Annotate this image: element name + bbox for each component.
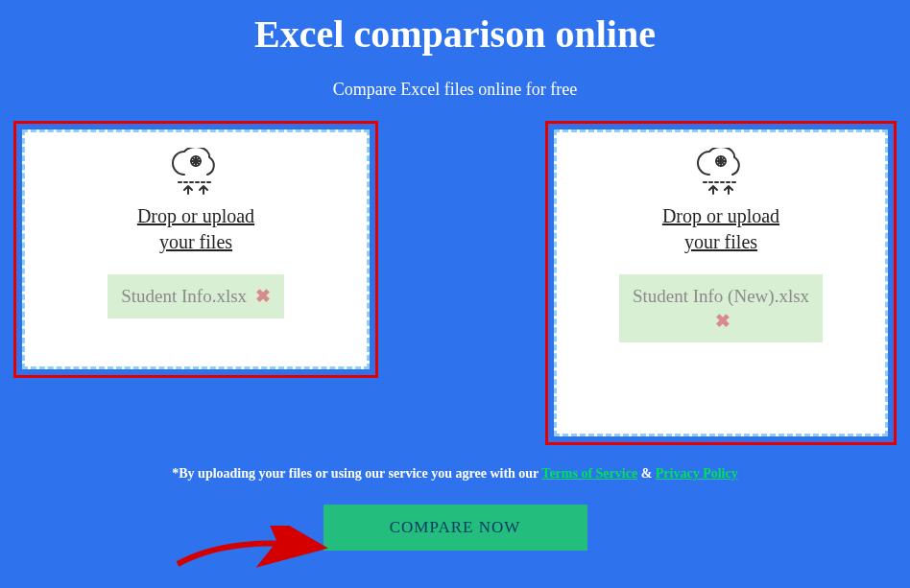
- page-subtitle: Compare Excel files online for free: [0, 80, 910, 100]
- drop-zone-right[interactable]: Drop or upload your files Student Info (…: [554, 129, 888, 436]
- page-title: Excel comparison online: [0, 0, 910, 57]
- disclaimer-prefix: *By uploading your files or using our se…: [172, 466, 541, 481]
- drop-label-line2: your files: [159, 231, 232, 252]
- drop-label-line1: Drop or upload: [137, 205, 254, 226]
- terms-link[interactable]: Terms of Service: [541, 466, 637, 481]
- drop-label-right[interactable]: Drop or upload your files: [566, 203, 875, 255]
- file-name-left: Student Info.xlsx: [121, 286, 247, 306]
- file-chip-right: Student Info (New).xlsx ✖: [619, 274, 823, 342]
- compare-button[interactable]: COMPARE NOW: [323, 505, 587, 551]
- file-name-right: Student Info (New).xlsx: [633, 286, 809, 306]
- drop-label-line1: Drop or upload: [662, 205, 779, 226]
- drop-zone-left[interactable]: Drop or upload your files Student Info.x…: [22, 129, 370, 369]
- annotation-arrow-icon: [173, 526, 336, 574]
- drop-label-line2: your files: [684, 231, 757, 252]
- drop-highlight-right: Drop or upload your files Student Info (…: [545, 121, 897, 445]
- disclaimer: *By uploading your files or using our se…: [0, 466, 910, 482]
- cloud-upload-icon: [35, 148, 357, 198]
- disclaimer-amp: &: [641, 466, 656, 481]
- cloud-upload-icon: [566, 148, 875, 198]
- remove-file-left-icon[interactable]: ✖: [255, 286, 271, 306]
- remove-file-right-icon[interactable]: ✖: [715, 311, 730, 331]
- file-chip-left: Student Info.xlsx ✖: [108, 274, 284, 318]
- privacy-link[interactable]: Privacy Policy: [656, 466, 738, 481]
- drop-label-left[interactable]: Drop or upload your files: [35, 203, 357, 255]
- drop-row: Drop or upload your files Student Info.x…: [0, 121, 910, 445]
- drop-highlight-left: Drop or upload your files Student Info.x…: [13, 121, 378, 378]
